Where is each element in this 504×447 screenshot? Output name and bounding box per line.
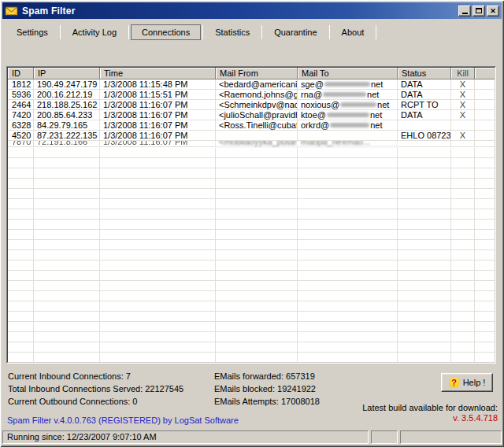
cell-mail-to	[298, 260, 398, 271]
table-row-empty	[8, 199, 495, 209]
kill-button[interactable]: X	[451, 110, 475, 120]
kill-button[interactable]: X	[451, 90, 475, 100]
cell-mail-from	[216, 271, 298, 281]
table-row[interactable]: 2464218.188.25.1621/3/2008 11:16:07 PM<S…	[8, 100, 495, 110]
cell-id	[8, 179, 34, 189]
tab-activity-log[interactable]: Activity Log	[62, 25, 127, 39]
table-header: ID IP Time Mail From Mail To Status Kill	[8, 68, 495, 79]
cell-status	[398, 120, 451, 131]
tab-about[interactable]: About	[332, 25, 375, 39]
kill-button	[451, 240, 475, 250]
maximize-button[interactable]	[472, 6, 485, 17]
window-controls: ✕	[458, 6, 499, 17]
cell-time	[100, 189, 216, 199]
cell-mail-from	[216, 291, 298, 301]
cell-ip	[34, 342, 100, 353]
kill-button	[451, 353, 475, 362]
cell-filler	[475, 230, 495, 240]
cell-mail-from: <bedard@americanidol...	[216, 79, 298, 90]
table-row-empty	[8, 271, 495, 281]
cell-mail-to	[298, 158, 398, 168]
cell-filler	[475, 148, 495, 158]
running-since-panel: Running since: 12/23/2007 9:07:10 AM	[2, 430, 369, 444]
cell-mail-to	[298, 250, 398, 260]
help-button-label: Help !	[463, 378, 486, 387]
table-row-empty	[8, 158, 495, 168]
stat-emails-blocked: EMails blocked:19241922	[214, 382, 320, 395]
cell-mail-from	[216, 281, 298, 291]
cell-mail-from	[216, 131, 298, 141]
kill-button	[451, 189, 475, 199]
latest-build-version[interactable]: v. 3.5.4.718	[362, 413, 498, 423]
table-row[interactable]: 452087.231.222.1351/3/2008 11:16:07 PMEH…	[8, 131, 495, 141]
cell-mail-to	[298, 281, 398, 291]
kill-button	[451, 271, 475, 281]
cell-time	[100, 312, 216, 322]
cell-ip: 72.191.8.166	[34, 141, 100, 147]
minimize-button[interactable]	[458, 6, 471, 17]
cell-mail-from	[216, 148, 298, 158]
cell-id	[8, 209, 34, 220]
help-button[interactable]: ? Help !	[441, 373, 493, 392]
status-bar: Running since: 12/23/2007 9:07:10 AM	[2, 429, 502, 445]
tab-separator	[128, 25, 129, 39]
cell-ip	[34, 230, 100, 240]
cell-ip	[34, 158, 100, 168]
cell-filler	[475, 291, 495, 301]
cell-ip	[34, 353, 100, 362]
tab-statistics[interactable]: Statistics	[205, 25, 260, 39]
tab-settings[interactable]: Settings	[6, 25, 58, 39]
table-row-empty	[8, 168, 495, 179]
column-header-ip[interactable]: IP	[34, 68, 100, 79]
kill-button[interactable]: X	[451, 131, 475, 141]
kill-button[interactable]: X	[451, 100, 475, 110]
cell-time	[100, 209, 216, 220]
cell-time: 1/3/2008 11:16:07 PM	[100, 100, 216, 110]
cell-id: 6328	[8, 120, 34, 131]
table-row[interactable]: 7420200.85.64.2331/3/2008 11:16:07 PM<ju…	[8, 110, 495, 120]
column-header-status[interactable]: Status	[398, 68, 451, 79]
maximize-icon	[476, 8, 482, 13]
cell-filler	[475, 131, 495, 141]
cell-time	[100, 250, 216, 260]
column-header-kill[interactable]: Kill	[451, 68, 475, 79]
cell-mail-from: <Schmeinkdpv@nacc...	[216, 100, 298, 110]
column-header-time[interactable]: Time	[100, 68, 216, 79]
table-row[interactable]: 632884.29.79.1651/3/2008 11:16:07 PM<Ros…	[8, 120, 495, 131]
table-row[interactable]: 5936200.16.212.191/3/2008 11:15:51 PM<Ra…	[8, 90, 495, 100]
close-button[interactable]: ✕	[487, 6, 499, 17]
cell-status	[398, 312, 451, 322]
cell-ip	[34, 168, 100, 179]
column-header-mailto[interactable]: Mail To	[298, 68, 398, 79]
cell-time: 1/3/2008 11:15:48 PM	[100, 79, 216, 90]
cell-mail-to	[298, 301, 398, 312]
kill-button	[451, 260, 475, 271]
registration-link[interactable]: Spam Filter v.4.0.0.763 (REGISTERED) by …	[7, 416, 239, 425]
status-panel-large	[400, 430, 502, 444]
cell-ip: 218.188.25.162	[34, 100, 100, 110]
cell-status	[398, 281, 451, 291]
table-row[interactable]: 1812190.49.247.1791/3/2008 11:15:48 PM<b…	[8, 79, 495, 90]
tab-quarantine[interactable]: Quarantine	[264, 25, 327, 39]
redacted-address	[324, 82, 370, 87]
table-row-empty	[8, 148, 495, 158]
cell-id: 7420	[8, 110, 34, 120]
cell-id	[8, 342, 34, 353]
app-window: Spam Filter ✕ Settings Activity Log Conn…	[0, 0, 504, 447]
table-row[interactable]: 787072.191.8.1661/3/2008 11:16:07 PM<mob…	[8, 141, 495, 147]
table-row-empty	[8, 332, 495, 342]
cell-mail-to	[298, 199, 398, 209]
cell-time	[100, 322, 216, 332]
cell-time	[100, 179, 216, 189]
column-header-id[interactable]: ID	[8, 68, 34, 79]
tab-connections[interactable]: Connections	[131, 24, 201, 40]
column-header-mailfrom[interactable]: Mail From	[216, 68, 298, 79]
cell-mail-from: <Raemond.johns@gist...	[216, 90, 298, 100]
cell-mail-from	[216, 158, 298, 168]
cell-mail-to: orkrd@net	[298, 120, 398, 131]
cell-status	[398, 291, 451, 301]
kill-button[interactable]: X	[451, 79, 475, 90]
table-row-empty	[8, 291, 495, 301]
cell-id	[8, 199, 34, 209]
cell-ip	[34, 312, 100, 322]
